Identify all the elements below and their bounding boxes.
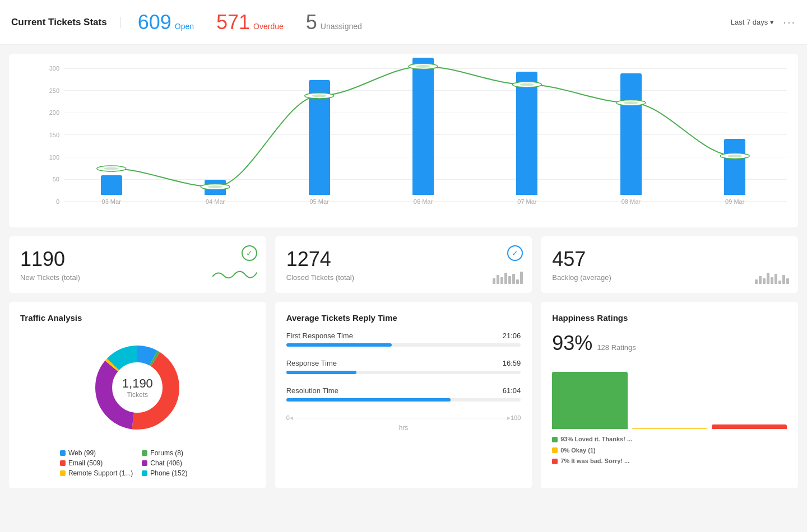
happiness-legend-dot — [552, 459, 558, 464]
svg-point-11 — [624, 101, 638, 104]
metric-bar-bg — [286, 371, 521, 374]
legend-item: Email (509) — [60, 459, 133, 467]
legend-label: Remote Support (1...) — [68, 469, 133, 477]
closed-tickets-number: 1274 — [286, 248, 521, 271]
bottom-row: Traffic Analysis — [9, 302, 798, 488]
donut-number: 1,190 — [122, 376, 153, 391]
header-stats: 609 Open 571 Overdue 5 Unassigned — [121, 11, 731, 34]
donut-legend: Web (99)Forums (8)Email (509)Chat (406)R… — [60, 449, 215, 477]
legend-item: Forums (8) — [142, 449, 215, 457]
overdue-stat: 571 Overdue — [216, 11, 284, 34]
new-tickets-sparkline — [212, 265, 257, 284]
reply-time-card: Average Tickets Reply Time First Respons… — [275, 302, 532, 488]
svg-point-7 — [416, 65, 430, 68]
happiness-card: Happiness Ratings 93% 128 Ratings 93% Lo… — [541, 302, 798, 488]
metric-value: 21:06 — [503, 332, 521, 340]
happiness-legend-text: 93% Loved it. Thanks! ... — [560, 435, 632, 445]
metric-row: Resolution Time 61:04 — [286, 386, 521, 402]
unassigned-label: Unassigned — [321, 22, 362, 31]
happiness-legend-text: 0% Okay (1) — [560, 446, 595, 456]
legend-label: Phone (152) — [150, 469, 187, 477]
metric-bar-bg — [286, 343, 521, 347]
metric-row: First Response Time 21:06 — [286, 332, 521, 347]
metric-row: Response Time 16:59 — [286, 359, 521, 374]
unassigned-count: 5 — [306, 11, 317, 34]
happiness-legend-dot — [552, 447, 558, 453]
metric-bar-fill — [286, 371, 357, 374]
happiness-legend-item: 0% Okay (1) — [552, 446, 787, 456]
metric-value: 16:59 — [503, 359, 521, 367]
donut-chart: 1,190 Tickets — [87, 337, 188, 438]
page-title: Current Tickets Stats — [11, 17, 121, 28]
legend-item: Phone (152) — [142, 469, 215, 477]
closed-tickets-card: 1274 Closed Tickets (total) ✓ — [275, 236, 532, 293]
metric-scale: 0 ◂ ▸ 100 — [286, 414, 521, 422]
traffic-title: Traffic Analysis — [20, 313, 255, 323]
more-options-button[interactable]: ··· — [783, 16, 796, 29]
open-label: Open — [175, 22, 194, 31]
backlog-card: 457 Backlog (average) — [541, 236, 798, 293]
metric-value: 61:04 — [503, 386, 521, 395]
header-right: Last 7 days ▾ ··· — [731, 16, 796, 29]
legend-label: Chat (406) — [150, 459, 182, 467]
chart-line — [59, 65, 787, 205]
metric-bar-fill — [286, 343, 392, 347]
svg-point-3 — [208, 185, 222, 188]
happiness-bar — [712, 424, 787, 429]
open-count: 609 — [138, 11, 171, 34]
happiness-legend-text: 7% It was bad. Sorry! ... — [560, 456, 629, 466]
legend-label: Email (509) — [68, 459, 103, 467]
happiness-bar — [552, 372, 627, 429]
backlog-label: Backlog (average) — [552, 273, 787, 282]
main-content: 300 250 200 150 100 50 0 03 Mar04 Mar05 … — [0, 45, 807, 497]
svg-point-1 — [104, 167, 119, 170]
metric-name: Resolution Time — [286, 386, 338, 395]
closed-tickets-label: Closed Tickets (total) — [286, 273, 521, 282]
chevron-down-icon: ▾ — [770, 18, 774, 26]
check-icon: ✓ — [242, 245, 257, 261]
unassigned-stat: 5 Unassigned — [306, 11, 362, 34]
legend-label: Forums (8) — [150, 449, 183, 457]
stats-row: 1190 New Tickets (total) ✓ 1274 Closed T… — [9, 236, 798, 293]
scale-max: 100 — [511, 414, 521, 421]
backlog-number: 457 — [552, 248, 787, 271]
metric-bar-fill — [286, 398, 451, 402]
happiness-ratings: 128 Ratings — [597, 343, 636, 352]
metric-unit: hrs — [286, 424, 521, 432]
legend-label: Web (99) — [68, 449, 96, 457]
header: Current Tickets Stats 609 Open 571 Overd… — [0, 0, 807, 45]
date-filter[interactable]: Last 7 days ▾ — [731, 18, 774, 26]
happiness-legend: 93% Loved it. Thanks! ...0% Okay (1)7% I… — [552, 435, 787, 466]
overdue-label: Overdue — [253, 22, 284, 31]
main-chart: 300 250 200 150 100 50 0 03 Mar04 Mar05 … — [20, 65, 787, 222]
new-tickets-card: 1190 New Tickets (total) ✓ — [9, 236, 266, 293]
happiness-legend-item: 93% Loved it. Thanks! ... — [552, 435, 787, 445]
traffic-card: Traffic Analysis — [9, 302, 266, 488]
svg-point-13 — [727, 155, 742, 157]
overdue-count: 571 — [216, 11, 250, 34]
legend-item: Remote Support (1...) — [60, 469, 133, 477]
happiness-bars — [552, 362, 787, 429]
legend-item: Web (99) — [60, 449, 133, 457]
happiness-bar-group — [712, 424, 787, 429]
metrics-container: First Response Time 21:06 Response Time … — [286, 332, 521, 402]
happiness-bar-group — [552, 372, 627, 429]
reply-time-title: Average Tickets Reply Time — [286, 313, 521, 323]
donut-label: Tickets — [122, 391, 153, 399]
happiness-title: Happiness Ratings — [552, 313, 787, 323]
metric-name: Response Time — [286, 359, 337, 367]
legend-item: Chat (406) — [142, 459, 215, 467]
closed-tickets-sparkline — [493, 272, 523, 284]
main-chart-card: 300 250 200 150 100 50 0 03 Mar04 Mar05 … — [9, 54, 798, 227]
happiness-legend-item: 7% It was bad. Sorry! ... — [552, 456, 787, 466]
svg-point-9 — [520, 83, 534, 86]
open-stat: 609 Open — [138, 11, 194, 34]
metric-bar-bg — [286, 398, 521, 402]
donut-center: 1,190 Tickets — [122, 376, 153, 399]
happiness-pct: 93% — [552, 332, 592, 355]
svg-point-5 — [312, 95, 327, 97]
backlog-sparkline — [755, 273, 789, 284]
metric-name: First Response Time — [286, 332, 353, 340]
happiness-legend-dot — [552, 437, 558, 442]
happiness-bar — [632, 428, 707, 429]
